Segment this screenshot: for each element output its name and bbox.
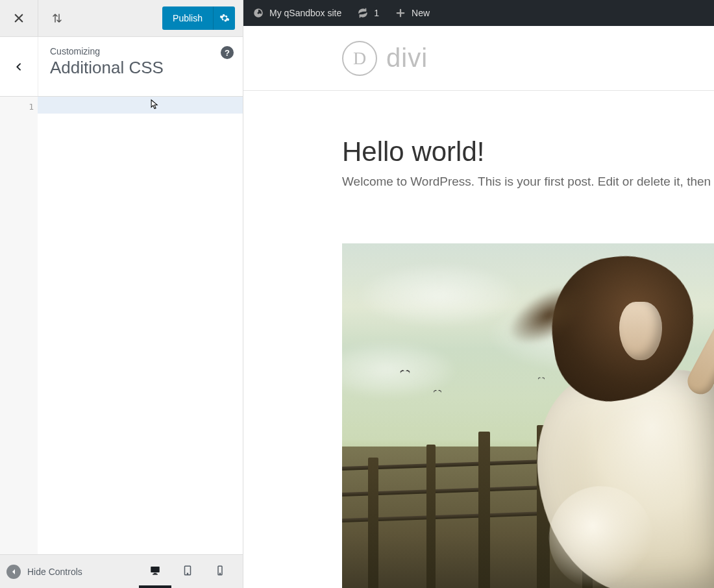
publish-button[interactable]: Publish [162, 6, 213, 30]
svg-point-8 [258, 12, 260, 14]
svg-rect-0 [151, 567, 160, 572]
wp-admin-bar: My qSandbox site 1 New [243, 0, 714, 26]
device-tablet-button[interactable] [171, 555, 204, 588]
figure-woman [539, 256, 714, 589]
section-title: Additional CSS [50, 58, 231, 78]
hide-controls-button[interactable]: Hide Controls [6, 565, 82, 579]
site-logo-text[interactable]: divi [386, 43, 428, 73]
post-title[interactable]: Hello world! [342, 136, 714, 167]
tablet-icon [182, 565, 193, 576]
desktop-icon [149, 565, 161, 576]
site-content: Hello world! Welcome to WordPress. This … [243, 91, 714, 588]
publish-split-button[interactable]: Publish [162, 6, 235, 30]
collapse-left-icon [6, 565, 21, 579]
refresh-icon [357, 7, 369, 19]
site-header: D divi [243, 26, 714, 91]
device-desktop-button[interactable] [139, 555, 171, 588]
adminbar-updates[interactable]: 1 [357, 7, 379, 19]
post-featured-image [342, 243, 714, 589]
dashboard-icon [252, 7, 264, 19]
publish-options-button[interactable] [213, 6, 235, 30]
customizer-footer: Hide Controls [0, 554, 243, 588]
site-preview: My qSandbox site 1 New D divi [243, 0, 714, 588]
svg-rect-1 [154, 572, 157, 574]
chevron-left-icon [14, 62, 24, 72]
section-eyebrow: Customizing [50, 46, 231, 56]
customizer-top-row: Publish [0, 0, 243, 37]
mobile-icon [214, 565, 226, 576]
mouse-cursor-icon [150, 99, 159, 110]
site-logo-mark[interactable]: D [342, 41, 377, 76]
customizer-panel: Publish Customizing Additional CSS ? [0, 0, 243, 588]
hide-controls-label: Hide Controls [27, 567, 82, 577]
svg-rect-2 [153, 574, 158, 575]
adminbar-site-name: My qSandbox site [269, 8, 341, 18]
gear-icon [219, 13, 230, 23]
adminbar-updates-count: 1 [374, 8, 379, 18]
device-mobile-button[interactable] [204, 555, 236, 588]
device-preview-group [139, 555, 236, 588]
swap-vertical-icon [51, 12, 63, 24]
css-editor[interactable]: 1 [0, 97, 243, 554]
adminbar-new[interactable]: New [395, 7, 430, 19]
code-line-active[interactable] [38, 97, 243, 114]
help-button[interactable]: ? [221, 46, 234, 59]
plus-icon [395, 7, 406, 19]
line-number: 1 [0, 97, 38, 114]
history-toggle-button[interactable] [38, 0, 76, 36]
svg-point-6 [219, 573, 220, 574]
adminbar-new-label: New [412, 8, 430, 18]
back-button[interactable] [0, 37, 38, 96]
adminbar-site-link[interactable]: My qSandbox site [252, 7, 341, 19]
section-header: Customizing Additional CSS ? [0, 37, 243, 97]
svg-point-4 [187, 573, 188, 574]
post-body: Welcome to WordPress. This is your first… [342, 173, 714, 191]
close-icon [13, 12, 25, 24]
close-customizer-button[interactable] [0, 0, 38, 36]
